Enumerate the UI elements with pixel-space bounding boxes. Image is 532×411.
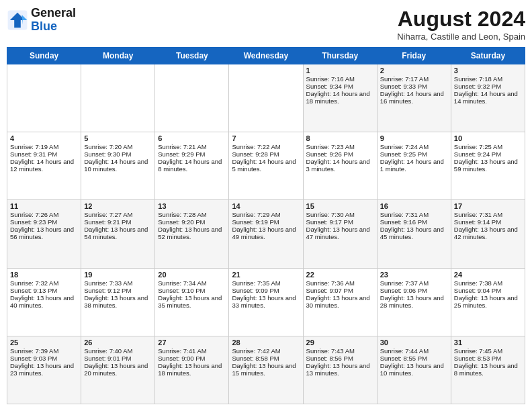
logo-line1: General [31, 6, 76, 19]
daylight-text: Daylight: 14 hours and 1 minute. [380, 158, 448, 173]
sunset-text: Sunset: 9:31 PM [10, 150, 78, 158]
sunset-text: Sunset: 9:03 PM [10, 355, 78, 362]
calendar-cell: 18Sunrise: 7:32 AMSunset: 9:13 PMDayligh… [7, 268, 81, 336]
daylight-text: Daylight: 13 hours and 33 minutes. [232, 294, 300, 309]
sunrise-text: Sunrise: 7:22 AM [232, 143, 300, 150]
calendar-cell: 22Sunrise: 7:36 AMSunset: 9:07 PMDayligh… [303, 268, 377, 336]
calendar-cell: 28Sunrise: 7:42 AMSunset: 8:58 PMDayligh… [229, 336, 303, 404]
day-number: 27 [158, 338, 226, 347]
sunrise-text: Sunrise: 7:33 AM [84, 279, 152, 287]
sunrise-text: Sunrise: 7:44 AM [380, 347, 448, 355]
daylight-text: Daylight: 13 hours and 18 minutes. [158, 362, 226, 377]
day-number: 30 [380, 338, 448, 347]
calendar-cell: 4Sunrise: 7:19 AMSunset: 9:31 PMDaylight… [7, 132, 81, 200]
day-number: 2 [380, 66, 448, 75]
day-header-thursday: Thursday [303, 48, 377, 64]
sunrise-text: Sunrise: 7:34 AM [158, 279, 226, 287]
sunrise-text: Sunrise: 7:37 AM [380, 279, 448, 287]
day-number: 13 [158, 202, 226, 210]
sunset-text: Sunset: 9:32 PM [454, 83, 522, 90]
day-number: 18 [10, 271, 78, 279]
calendar-cell: 23Sunrise: 7:37 AMSunset: 9:06 PMDayligh… [377, 268, 451, 336]
calendar-cell: 3Sunrise: 7:18 AMSunset: 9:32 PMDaylight… [451, 64, 525, 132]
sunset-text: Sunset: 9:01 PM [84, 355, 152, 362]
daylight-text: Daylight: 13 hours and 10 minutes. [380, 362, 448, 377]
sunset-text: Sunset: 9:17 PM [306, 218, 374, 226]
calendar-cell: 1Sunrise: 7:16 AMSunset: 9:34 PMDaylight… [303, 64, 377, 132]
sunset-text: Sunset: 9:21 PM [84, 218, 152, 226]
sunrise-text: Sunrise: 7:39 AM [10, 347, 78, 355]
daylight-text: Daylight: 13 hours and 8 minutes. [454, 362, 522, 377]
sunset-text: Sunset: 9:23 PM [10, 218, 78, 226]
calendar-cell: 29Sunrise: 7:43 AMSunset: 8:56 PMDayligh… [303, 336, 377, 404]
calendar-cell: 11Sunrise: 7:26 AMSunset: 9:23 PMDayligh… [7, 200, 81, 268]
sunset-text: Sunset: 8:56 PM [306, 355, 374, 362]
calendar-cell [229, 64, 303, 132]
calendar-cell: 24Sunrise: 7:38 AMSunset: 9:04 PMDayligh… [451, 268, 525, 336]
sunset-text: Sunset: 9:30 PM [84, 150, 152, 158]
daylight-text: Daylight: 14 hours and 12 minutes. [10, 158, 78, 173]
logo-text: General Blue [31, 7, 76, 34]
calendar-page: General Blue August 2024 Niharra, Castil… [0, 0, 532, 411]
day-number: 10 [454, 134, 522, 142]
day-number: 25 [10, 338, 78, 347]
daylight-text: Daylight: 13 hours and 40 minutes. [10, 294, 78, 309]
daylight-text: Daylight: 13 hours and 28 minutes. [380, 294, 448, 309]
day-number: 31 [454, 338, 522, 347]
day-number: 9 [380, 134, 448, 142]
sunset-text: Sunset: 9:33 PM [380, 83, 448, 90]
sunrise-text: Sunrise: 7:21 AM [158, 143, 226, 150]
day-number: 29 [306, 338, 374, 347]
day-number: 3 [454, 66, 522, 75]
calendar-week-3: 11Sunrise: 7:26 AMSunset: 9:23 PMDayligh… [7, 200, 525, 268]
sunrise-text: Sunrise: 7:31 AM [454, 211, 522, 218]
sunset-text: Sunset: 9:20 PM [158, 218, 226, 226]
sunrise-text: Sunrise: 7:40 AM [84, 347, 152, 355]
calendar-cell: 16Sunrise: 7:31 AMSunset: 9:16 PMDayligh… [377, 200, 451, 268]
day-header-wednesday: Wednesday [229, 48, 303, 64]
sunrise-text: Sunrise: 7:25 AM [454, 143, 522, 150]
daylight-text: Daylight: 13 hours and 25 minutes. [454, 294, 522, 309]
daylight-text: Daylight: 13 hours and 45 minutes. [380, 226, 448, 240]
sunset-text: Sunset: 9:28 PM [232, 150, 300, 158]
daylight-text: Daylight: 13 hours and 59 minutes. [454, 158, 522, 173]
day-number: 16 [380, 202, 448, 210]
calendar-cell: 13Sunrise: 7:28 AMSunset: 9:20 PMDayligh… [155, 200, 229, 268]
sunset-text: Sunset: 9:04 PM [454, 287, 522, 294]
sunset-text: Sunset: 9:26 PM [306, 150, 374, 158]
calendar-cell: 31Sunrise: 7:45 AMSunset: 8:53 PMDayligh… [451, 336, 525, 404]
calendar-week-4: 18Sunrise: 7:32 AMSunset: 9:13 PMDayligh… [7, 268, 525, 336]
sunrise-text: Sunrise: 7:41 AM [158, 347, 226, 355]
calendar-cell [81, 64, 155, 132]
sunrise-text: Sunrise: 7:29 AM [232, 211, 300, 218]
daylight-text: Daylight: 13 hours and 42 minutes. [454, 226, 522, 240]
sunrise-text: Sunrise: 7:30 AM [306, 211, 374, 218]
sunset-text: Sunset: 8:53 PM [454, 355, 522, 362]
calendar-cell: 17Sunrise: 7:31 AMSunset: 9:14 PMDayligh… [451, 200, 525, 268]
sunrise-text: Sunrise: 7:45 AM [454, 347, 522, 355]
sunset-text: Sunset: 9:14 PM [454, 218, 522, 226]
sunrise-text: Sunrise: 7:42 AM [232, 347, 300, 355]
calendar-week-5: 25Sunrise: 7:39 AMSunset: 9:03 PMDayligh… [7, 336, 525, 404]
day-number: 19 [84, 271, 152, 279]
sunset-text: Sunset: 8:55 PM [380, 355, 448, 362]
day-number: 22 [306, 271, 374, 279]
daylight-text: Daylight: 14 hours and 14 minutes. [454, 90, 522, 105]
day-number: 24 [454, 271, 522, 279]
daylight-text: Daylight: 13 hours and 13 minutes. [306, 362, 374, 377]
sunrise-text: Sunrise: 7:27 AM [84, 211, 152, 218]
sunset-text: Sunset: 9:29 PM [158, 150, 226, 158]
sunrise-text: Sunrise: 7:18 AM [454, 75, 522, 83]
sunrise-text: Sunrise: 7:24 AM [380, 143, 448, 150]
day-header-monday: Monday [81, 48, 155, 64]
day-header-friday: Friday [377, 48, 451, 64]
sunset-text: Sunset: 9:24 PM [454, 150, 522, 158]
calendar-header-row: SundayMondayTuesdayWednesdayThursdayFrid… [7, 48, 525, 64]
sunrise-text: Sunrise: 7:38 AM [454, 279, 522, 287]
logo-icon [7, 9, 28, 31]
day-number: 1 [306, 66, 374, 75]
day-number: 11 [10, 202, 78, 210]
daylight-text: Daylight: 13 hours and 52 minutes. [158, 226, 226, 240]
location: Niharra, Castille and Leon, Spain [397, 32, 525, 42]
day-number: 5 [84, 134, 152, 142]
